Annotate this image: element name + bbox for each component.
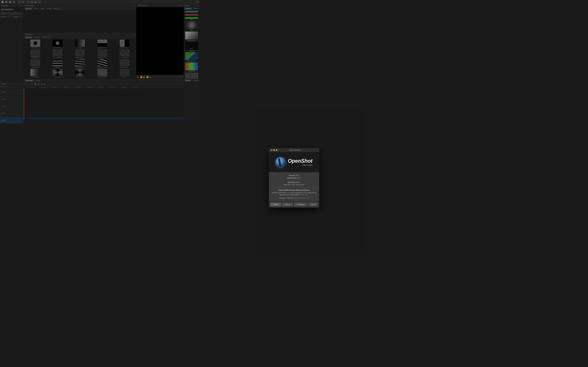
about-overlay: About OpenShot [0, 0, 199, 123]
